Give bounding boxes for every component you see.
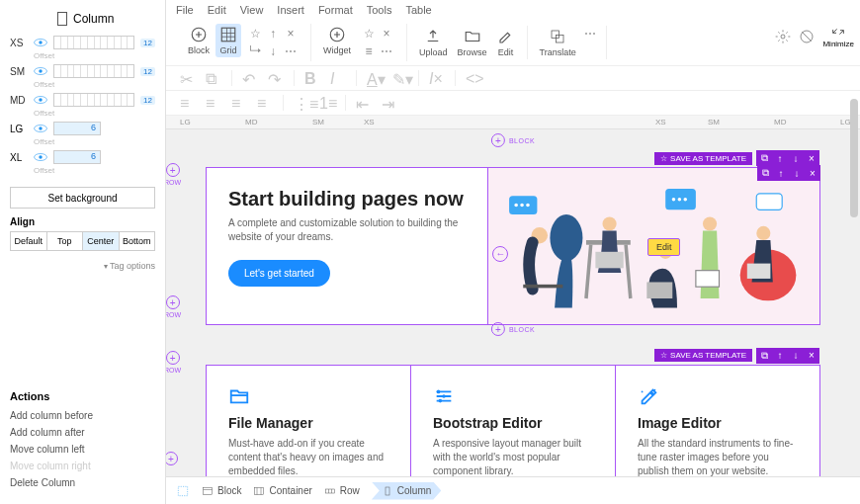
arrow-up-icon[interactable]: ↑: [265, 26, 281, 42]
breakpoint-cells[interactable]: [53, 64, 134, 78]
block-button[interactable]: Block: [184, 24, 214, 57]
arrow-down-icon[interactable]: ↓: [789, 165, 805, 181]
hero-image-column[interactable]: ⧉ ↑ ↓ × ←: [488, 168, 819, 324]
code-icon[interactable]: <>: [466, 70, 481, 86]
widget-button[interactable]: Widget: [319, 24, 355, 57]
duplicate-icon[interactable]: ⧉: [757, 165, 773, 181]
align-bottom[interactable]: Bottom: [120, 232, 155, 250]
eye-icon[interactable]: [34, 124, 47, 133]
arrow-up-icon[interactable]: ↑: [772, 150, 788, 166]
redo-icon[interactable]: ↷: [268, 70, 284, 86]
edit-badge[interactable]: Edit: [647, 238, 681, 256]
list-ol-icon[interactable]: 1≡: [319, 95, 335, 111]
align-top[interactable]: Top: [47, 232, 84, 250]
hero-text-column[interactable]: Start building pages now A complete and …: [207, 168, 488, 324]
gear-icon[interactable]: [775, 29, 791, 44]
undo-icon[interactable]: ↶: [242, 70, 258, 86]
highlight-icon[interactable]: ✎▾: [392, 70, 408, 86]
outdent-icon[interactable]: ⇤: [356, 95, 372, 111]
align-left-icon[interactable]: ≡: [180, 95, 196, 111]
close-icon[interactable]: ×: [804, 348, 819, 364]
save-template-button[interactable]: ☆ SAVE AS TEMPLATE: [654, 349, 752, 362]
align-center[interactable]: Center: [83, 232, 120, 250]
text-color-icon[interactable]: A▾: [367, 70, 383, 86]
close-icon[interactable]: ×: [379, 26, 394, 42]
crumb-column[interactable]: Column: [372, 482, 441, 500]
action-add-column-before[interactable]: Add column before: [10, 410, 155, 421]
block-marker-top[interactable]: +BLOCK: [491, 133, 535, 147]
caret-icon[interactable]: ⋯: [283, 43, 299, 59]
menu-file[interactable]: File: [176, 4, 194, 16]
scissors-icon[interactable]: ✂: [180, 70, 196, 86]
breakpoint-input[interactable]: 6: [53, 150, 101, 164]
indent-icon[interactable]: ⇥: [382, 95, 397, 111]
scrollbar[interactable]: [850, 99, 858, 217]
crumb-block[interactable]: Block: [202, 485, 241, 497]
duplicate-icon[interactable]: ⧉: [756, 348, 772, 364]
close-icon[interactable]: ×: [804, 150, 819, 166]
arrow-down-icon[interactable]: ↓: [788, 348, 804, 364]
action-move-column-left[interactable]: Move column left: [10, 444, 155, 455]
save-template-button[interactable]: ☆ SAVE AS TEMPLATE: [654, 152, 752, 165]
svg-rect-46: [255, 487, 264, 494]
row-marker-2[interactable]: +ROW: [166, 295, 181, 318]
align-center-icon[interactable]: ≡: [206, 95, 221, 111]
duplicate-icon[interactable]: ⧉: [756, 150, 772, 166]
menu-tools[interactable]: Tools: [367, 4, 392, 16]
caret-icon[interactable]: ⋯: [379, 43, 394, 59]
arrow-down-icon[interactable]: ↓: [265, 43, 281, 59]
menu-view[interactable]: View: [240, 4, 264, 16]
menu-edit[interactable]: Edit: [208, 4, 226, 16]
block-icon[interactable]: [799, 29, 815, 44]
menu-format[interactable]: Format: [318, 4, 353, 16]
translate-button[interactable]: Translate: [536, 26, 580, 59]
block-marker-mid[interactable]: +BLOCK: [491, 322, 535, 336]
grid-button[interactable]: Grid: [215, 24, 241, 57]
breakpoint-input[interactable]: 6: [53, 122, 101, 135]
eye-icon[interactable]: [34, 95, 47, 105]
align-left-icon[interactable]: ≡: [361, 43, 377, 59]
row-1[interactable]: ☆ SAVE AS TEMPLATE ⧉ ↑ ↓ × Start buildin…: [206, 167, 820, 325]
copy-icon[interactable]: ⧉: [206, 70, 221, 86]
align-right-icon[interactable]: ≡: [231, 95, 247, 111]
target-icon[interactable]: [176, 484, 190, 498]
row-marker-3[interactable]: +ROW: [166, 351, 181, 374]
action-add-column-after[interactable]: Add column after: [10, 427, 155, 438]
list-ul-icon[interactable]: ⋮≡: [294, 95, 309, 111]
action-delete-column[interactable]: Delete Column: [10, 477, 155, 488]
arrow-up-icon[interactable]: ↑: [772, 348, 788, 364]
arrow-down-icon[interactable]: ↓: [788, 150, 804, 166]
align-default[interactable]: Default: [11, 232, 47, 250]
menu-table[interactable]: Table: [405, 4, 431, 16]
right-bracket-icon[interactable]: ⮡: [247, 43, 263, 59]
browse-button[interactable]: Browse: [454, 26, 491, 59]
clear-format-icon[interactable]: I×: [429, 70, 445, 86]
breakpoint-cells[interactable]: [53, 36, 134, 49]
menu-insert[interactable]: Insert: [277, 4, 304, 16]
row-marker-4[interactable]: +: [166, 452, 178, 465]
breakpoint-cells[interactable]: [53, 93, 134, 107]
eye-icon[interactable]: [34, 66, 47, 76]
cta-button[interactable]: Let's get started: [228, 260, 330, 287]
set-background-button[interactable]: Set background: [10, 187, 155, 209]
upload-button[interactable]: Upload: [415, 26, 452, 59]
minimize-button[interactable]: Minimize: [822, 24, 854, 48]
crumb-container[interactable]: Container: [253, 485, 311, 497]
bold-icon[interactable]: B: [304, 70, 320, 86]
italic-icon[interactable]: I: [330, 70, 346, 86]
svg-rect-31: [596, 252, 624, 269]
arrow-up-icon[interactable]: ↑: [773, 165, 789, 181]
dropdown-icon[interactable]: ⋯: [582, 26, 598, 42]
eye-icon[interactable]: [34, 38, 47, 47]
eye-icon[interactable]: [34, 152, 47, 162]
svg-point-40: [442, 394, 446, 398]
align-justify-icon[interactable]: ≡: [257, 95, 273, 111]
close-icon[interactable]: ×: [283, 26, 299, 42]
crumb-row[interactable]: Row: [324, 485, 360, 497]
star-icon[interactable]: ☆: [247, 26, 263, 42]
star-icon[interactable]: ☆: [361, 26, 377, 42]
row-marker-1[interactable]: +ROW: [166, 163, 181, 186]
edit-button[interactable]: Edit: [493, 26, 519, 59]
tag-options-toggle[interactable]: ▾ Tag options: [10, 261, 155, 271]
close-icon[interactable]: ×: [805, 165, 820, 181]
